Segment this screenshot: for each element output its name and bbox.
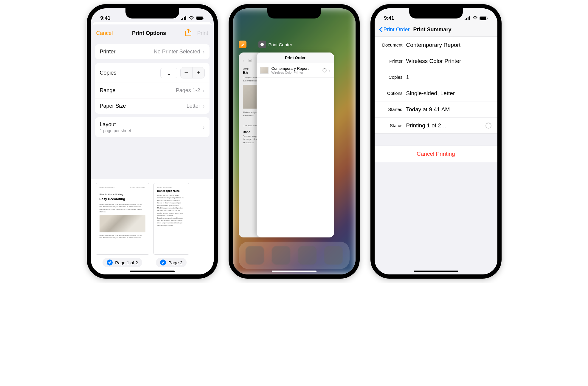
layout-group: Layout 1 page per sheet › — [95, 117, 210, 137]
status-icons — [465, 16, 488, 20]
val-printer: Wireless Color Printer — [406, 58, 493, 64]
svg-rect-11 — [466, 18, 467, 20]
svg-rect-0 — [181, 19, 182, 20]
copies-decrement-button[interactable]: − — [181, 67, 193, 78]
val-started: Today at 9:41 AM — [406, 106, 493, 113]
status-time: 9:41 — [384, 15, 394, 21]
range-label: Range — [100, 87, 116, 94]
key-status: Status — [375, 123, 406, 128]
chevron-right-icon: › — [203, 48, 205, 55]
page-thumbnail: Lorem Ipsum Dolor Donec Quis Nunc Lorem … — [153, 183, 189, 255]
share-button[interactable] — [185, 29, 192, 38]
printer-row[interactable]: Printer No Printer Selected› — [95, 44, 210, 59]
copies-label: Copies — [100, 70, 117, 76]
spinner-icon — [322, 68, 327, 72]
pages-app-icon — [239, 41, 246, 48]
page-preview-1[interactable]: Lorem Ipsum DolorLorem Ipsum Dolor Simpl… — [96, 183, 149, 267]
cellular-icon — [465, 16, 471, 20]
range-row[interactable]: Range Pages 1-2› — [95, 83, 210, 98]
dock-app-3[interactable] — [298, 246, 317, 265]
phone-3: 9:41 Print Order Print Summary Document … — [370, 4, 502, 279]
val-status: Printing 1 of 2… — [406, 122, 447, 129]
back-button[interactable]: Print Order — [379, 26, 410, 33]
paper-size-row[interactable]: Paper Size Letter› — [95, 98, 210, 114]
cancel-button[interactable]: Cancel — [96, 30, 113, 36]
printer-value: No Printer Selected — [154, 49, 200, 55]
printer-group: Printer No Printer Selected› — [95, 44, 210, 59]
row-copies: Copies 1 — [375, 69, 497, 85]
spinner-icon — [485, 123, 491, 129]
val-copies: 1 — [406, 74, 493, 81]
print-order-title: Print Order — [257, 53, 334, 63]
doc-subtitle: Simple Home Styling — [100, 193, 145, 196]
svg-rect-2 — [184, 17, 185, 20]
page-2-label: Page 2 — [168, 260, 183, 265]
printer-label: Printer — [100, 49, 116, 55]
copies-increment-button[interactable]: + — [193, 67, 204, 78]
key-options: Options — [375, 91, 406, 96]
chevron-right-icon: › — [203, 103, 205, 109]
page-thumbnail: Lorem Ipsum DolorLorem Ipsum Dolor Simpl… — [96, 183, 149, 255]
paper-size-label: Paper Size — [100, 103, 126, 109]
home-indicator[interactable] — [130, 271, 175, 272]
svg-rect-5 — [196, 17, 203, 20]
svg-rect-9 — [261, 45, 263, 46]
screen-1: 9:41 Cancel Print Options Print — [91, 8, 214, 274]
copies-value[interactable]: 1 — [160, 68, 177, 78]
svg-rect-13 — [469, 16, 470, 20]
range-value: Pages 1-2 — [176, 87, 200, 94]
notch — [267, 8, 321, 18]
svg-rect-12 — [468, 17, 468, 20]
row-printer: Printer Wireless Color Printer — [375, 53, 497, 69]
key-printer: Printer — [375, 58, 406, 64]
svg-rect-16 — [487, 18, 488, 19]
page2-heading: Donec Quis Nunc — [157, 189, 185, 193]
page-1-label: Page 1 of 2 — [115, 260, 138, 265]
checkmark-icon — [160, 260, 166, 265]
screen-2: Print Center ‹⊞ Simp Ea L ore ipsum dol … — [233, 8, 356, 274]
print-center-app-icon — [258, 41, 266, 48]
layout-label: Layout — [100, 121, 131, 128]
home-indicator[interactable] — [414, 271, 458, 272]
cellular-icon — [181, 16, 187, 20]
svg-rect-15 — [480, 17, 486, 20]
dock-app-2[interactable] — [272, 246, 290, 265]
layout-sub: 1 page per sheet — [100, 128, 131, 133]
battery-icon — [196, 16, 204, 20]
cancel-printing-button[interactable]: Cancel Printing — [375, 146, 497, 162]
print-center-app-card[interactable]: Print Order Contemporary Report Wireless… — [257, 53, 334, 237]
row-options: Options Single-sided, Letter — [375, 85, 497, 101]
notch — [409, 8, 463, 18]
print-options-sheet: Cancel Print Options Print Printer No Pr… — [91, 24, 214, 274]
nav-title: Print Summary — [413, 27, 452, 33]
print-center-app-label[interactable]: Print Center — [258, 41, 292, 48]
page-2-pill[interactable]: Page 2 — [156, 258, 187, 267]
chevron-left-icon — [379, 26, 383, 33]
status-time: 9:41 — [100, 15, 111, 21]
svg-rect-7 — [261, 43, 263, 44]
job-name: Contemporary Report — [271, 66, 309, 71]
svg-rect-1 — [182, 18, 183, 20]
print-center-label-text: Print Center — [269, 42, 292, 47]
print-button[interactable]: Print — [197, 30, 208, 36]
phone-2: Print Center ‹⊞ Simp Ea L ore ipsum dol … — [229, 4, 360, 279]
key-copies: Copies — [375, 75, 406, 80]
key-document: Document — [375, 42, 406, 47]
paper-size-value: Letter — [187, 103, 200, 109]
doc-title: Easy Decorating — [100, 197, 145, 201]
status-icons — [181, 16, 204, 20]
layout-row[interactable]: Layout 1 page per sheet › — [95, 117, 210, 137]
page-preview-area[interactable]: Lorem Ipsum DolorLorem Ipsum Dolor Simpl… — [91, 179, 214, 274]
home-indicator[interactable] — [272, 271, 317, 272]
page-1-pill[interactable]: Page 1 of 2 — [103, 258, 142, 267]
pages-app-label[interactable] — [239, 41, 246, 48]
page-preview-2[interactable]: Lorem Ipsum Dolor Donec Quis Nunc Lorem … — [153, 183, 189, 267]
dock-app-4[interactable] — [324, 246, 343, 265]
print-job-row[interactable]: Contemporary Report Wireless Color Print… — [257, 63, 334, 78]
dock-app-1[interactable] — [246, 246, 264, 265]
copies-stepper: 1 − + — [160, 67, 204, 78]
preview-image-placeholder — [100, 215, 145, 232]
app-switcher[interactable]: Print Center ‹⊞ Simp Ea L ore ipsum dol … — [239, 41, 350, 236]
val-document: Contemporary Report — [406, 42, 493, 48]
copies-row: Copies 1 − + — [95, 63, 210, 83]
